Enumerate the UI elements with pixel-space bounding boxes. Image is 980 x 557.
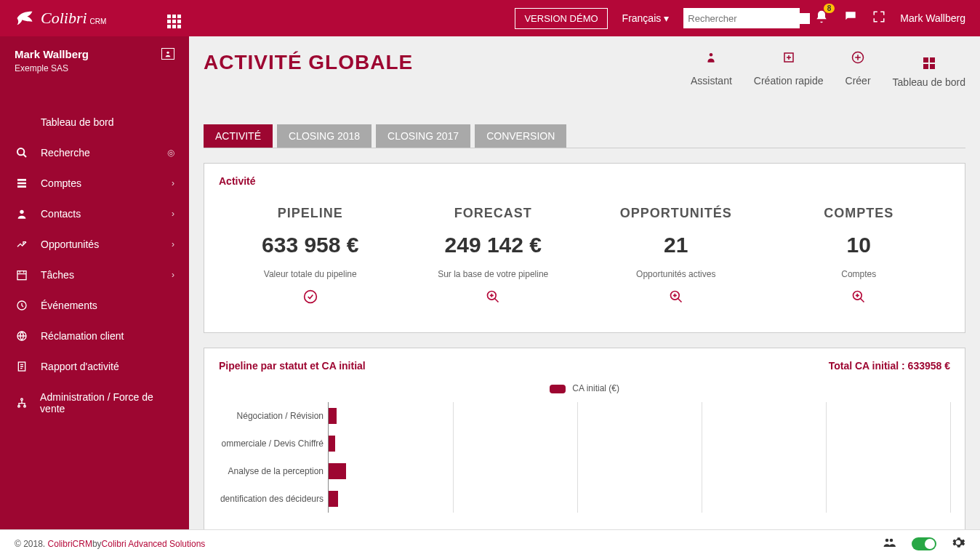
sidebar-item-label: Tableau de bord <box>41 116 113 128</box>
sidebar-item-label: Contacts <box>41 208 81 220</box>
chart-area: Négociation / Révisionommerciale / Devis… <box>219 402 950 518</box>
apps-icon[interactable] <box>167 8 181 28</box>
claim-icon <box>15 330 29 342</box>
svg-point-5 <box>20 210 23 214</box>
sidebar-org: Exemple SAS <box>15 63 174 73</box>
svg-line-18 <box>495 299 499 302</box>
chevron-down-icon: ▾ <box>664 12 669 24</box>
chart-bar[interactable] <box>329 436 335 452</box>
chart-bar[interactable] <box>329 491 338 507</box>
assistant-icon <box>691 51 732 68</box>
sidebar: Mark Wallberg Exemple SAS Tableau de bor… <box>0 36 189 529</box>
kpi-sub: Sur la base de votre pipeline <box>402 269 585 279</box>
chart-total: Total CA initial : 633958 € <box>829 360 950 372</box>
header-actions: AssistantCréation rapideCréerTableau de … <box>691 51 965 88</box>
brand-text: Colibri <box>41 9 87 28</box>
sidebar-item-search[interactable]: Recherche◎ <box>0 137 189 168</box>
search-input[interactable] <box>688 13 810 24</box>
kpi-sub: Valeur totale du pipeline <box>219 269 402 279</box>
chart-bar[interactable] <box>329 408 337 424</box>
header-action-assistant[interactable]: Assistant <box>691 51 732 88</box>
sidebar-item-opps[interactable]: Opportunités› <box>0 229 189 260</box>
sidebar-item-tasks[interactable]: Tâches› <box>0 260 189 290</box>
sidebar-item-accounts[interactable]: Comptes› <box>0 168 189 199</box>
header-action-label: Assistant <box>691 75 732 87</box>
svg-rect-6 <box>17 271 26 280</box>
language-label: Français <box>622 12 662 24</box>
sidebar-item-label: Administration / Force de vente <box>40 391 174 414</box>
tab-closing-2017[interactable]: CLOSING 2017 <box>376 124 470 148</box>
bird-icon <box>15 8 35 28</box>
sidebar-item-dashboard[interactable]: Tableau de bord <box>0 107 189 137</box>
kpi-panel: Activité PIPELINE633 958 €Valeur totale … <box>204 163 965 333</box>
version-demo-button[interactable]: VERSION DÉMO <box>515 8 607 29</box>
contacts-icon <box>15 208 29 220</box>
footer-year: © 2018. <box>15 539 45 549</box>
footer-link-solutions[interactable]: Colibri Advanced Solutions <box>102 539 206 549</box>
header-action-quick[interactable]: Création rapide <box>754 51 824 88</box>
chart-row: ommerciale / Devis Chiffré <box>219 430 950 457</box>
chart-category: dentification des décideurs <box>219 494 328 504</box>
sidebar-item-report[interactable]: Rapport d'activité <box>0 351 189 382</box>
sidebar-item-admin[interactable]: Administration / Force de vente <box>0 382 189 424</box>
toggle-switch[interactable] <box>912 537 936 550</box>
chart-category: Analyse de la perception <box>219 466 328 476</box>
chevron-right-icon: › <box>172 239 174 249</box>
topbar-username[interactable]: Mark Wallberg <box>900 12 965 24</box>
sidebar-item-claim[interactable]: Réclamation client <box>0 321 189 351</box>
quick-icon <box>754 51 824 68</box>
fullscreen-icon[interactable] <box>872 10 885 26</box>
gear-icon[interactable] <box>951 535 965 552</box>
kpi-action-icon[interactable] <box>768 289 951 308</box>
sidebar-item-label: Comptes <box>41 177 81 189</box>
search-icon <box>15 147 29 159</box>
kpi-label: COMPTES <box>768 206 951 221</box>
logo[interactable]: Colibri CRM <box>0 8 189 28</box>
main-content: ACTIVITÉ GLOBALE AssistantCréation rapid… <box>189 36 980 529</box>
svg-point-3 <box>17 148 24 155</box>
footer-link-colibricrm[interactable]: ColibriCRM <box>48 539 92 549</box>
notifications-icon[interactable]: 8 <box>814 9 829 27</box>
plus-icon <box>846 51 871 68</box>
kpi-action-icon[interactable] <box>402 289 585 308</box>
kpi-label: FORECAST <box>402 206 585 221</box>
dashboard-icon <box>15 116 29 128</box>
language-selector[interactable]: Français ▾ <box>622 12 670 24</box>
tab-closing-2018[interactable]: CLOSING 2018 <box>277 124 371 148</box>
search-input-wrap[interactable] <box>683 8 800 28</box>
footer: © 2018. ColibriCRM by Colibri Advanced S… <box>0 529 980 557</box>
header-action-dash[interactable]: Tableau de bord <box>893 51 965 88</box>
kpi-label: PIPELINE <box>219 206 402 221</box>
chart-bar[interactable] <box>329 463 346 479</box>
tab-conversion[interactable]: CONVERSION <box>475 124 566 148</box>
header-action-plus[interactable]: Créer <box>846 51 871 88</box>
svg-point-10 <box>20 398 23 401</box>
kpi-action-icon[interactable] <box>585 289 768 308</box>
target-icon: ◎ <box>167 148 174 158</box>
svg-point-13 <box>710 53 713 57</box>
svg-line-20 <box>678 299 681 302</box>
chart-legend: CA initial (€) <box>219 383 950 393</box>
kpi-value: 10 <box>768 233 951 257</box>
kpi-action-icon[interactable] <box>219 289 402 308</box>
sidebar-item-label: Événements <box>41 300 97 311</box>
sidebar-nav: Tableau de bordRecherche◎Comptes›Contact… <box>0 107 189 424</box>
chevron-right-icon: › <box>172 270 174 280</box>
vcard-icon[interactable] <box>161 48 174 60</box>
svg-point-16 <box>304 291 316 303</box>
people-icon[interactable] <box>881 536 897 551</box>
events-icon <box>15 300 29 311</box>
chart-category: Négociation / Révision <box>219 411 328 421</box>
sidebar-item-events[interactable]: Événements <box>0 290 189 321</box>
kpi-sub: Comptes <box>768 269 951 279</box>
tabs: ACTIVITÉCLOSING 2018CLOSING 2017CONVERSI… <box>204 124 965 148</box>
legend-label: CA initial (€) <box>572 383 619 393</box>
chart-panel: Total CA initial : 633958 € Pipeline par… <box>204 348 965 529</box>
tab-activité[interactable]: ACTIVITÉ <box>204 124 273 148</box>
header-action-label: Créer <box>846 75 871 87</box>
sidebar-user-block: Mark Wallberg Exemple SAS <box>0 36 189 85</box>
chat-icon[interactable] <box>843 9 858 27</box>
kpi-value: 249 142 € <box>402 233 585 257</box>
sidebar-item-contacts[interactable]: Contacts› <box>0 199 189 229</box>
chart-row: Négociation / Révision <box>219 402 950 430</box>
